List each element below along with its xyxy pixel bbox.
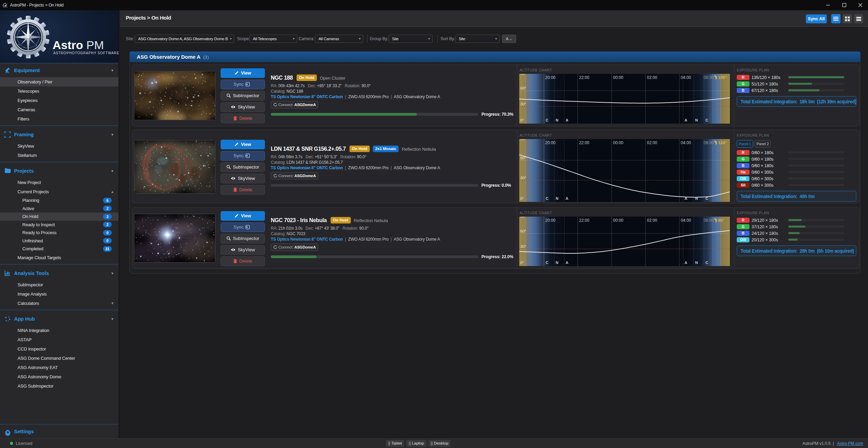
svg-text:A: A <box>566 196 568 200</box>
svg-text:00:00: 00:00 <box>613 218 623 223</box>
svg-text:04:00: 04:00 <box>681 75 691 80</box>
svg-text:22:00: 22:00 <box>579 75 589 80</box>
svg-text:30°: 30° <box>520 102 526 106</box>
svg-text:C: C <box>546 196 548 200</box>
svg-text:60°: 60° <box>520 86 526 90</box>
svg-text:20:00: 20:00 <box>545 140 556 145</box>
svg-text:124°: 124° <box>718 140 727 145</box>
svg-text:N: N <box>556 196 558 200</box>
svg-text:02:00: 02:00 <box>647 218 657 223</box>
svg-text:90: 90 <box>520 139 525 141</box>
svg-text:0°: 0° <box>520 261 524 265</box>
svg-text:02:00: 02:00 <box>647 140 657 145</box>
svg-text:30°: 30° <box>520 176 526 180</box>
svg-text:A: A <box>566 261 568 265</box>
svg-text:04:00: 04:00 <box>681 140 691 145</box>
svg-text:A: A <box>685 118 687 122</box>
svg-text:30°: 30° <box>520 244 526 249</box>
svg-text:N: N <box>695 261 698 265</box>
svg-text:60°: 60° <box>520 229 526 233</box>
svg-text:20:00: 20:00 <box>545 218 556 223</box>
svg-text:C: C <box>546 261 548 265</box>
svg-text:90: 90 <box>520 217 525 218</box>
svg-text:22:00: 22:00 <box>579 140 589 145</box>
svg-text:A: A <box>685 261 687 265</box>
svg-text:20:00: 20:00 <box>545 75 556 80</box>
svg-text:N: N <box>695 118 698 122</box>
svg-text:85°: 85° <box>718 218 724 223</box>
svg-text:00:00: 00:00 <box>613 140 623 145</box>
svg-text:00:00: 00:00 <box>613 75 623 80</box>
svg-text:C: C <box>705 261 708 265</box>
svg-text:04:00: 04:00 <box>681 218 691 223</box>
svg-text:06:00: 06:00 <box>703 140 714 145</box>
svg-text:06:00: 06:00 <box>703 218 714 223</box>
svg-text:A: A <box>566 118 568 122</box>
svg-text:06:00: 06:00 <box>703 75 714 80</box>
svg-text:0°: 0° <box>520 196 524 200</box>
svg-text:02:00: 02:00 <box>647 75 657 80</box>
svg-text:N: N <box>556 261 558 265</box>
svg-text:C: C <box>705 118 708 122</box>
svg-text:90: 90 <box>520 74 525 76</box>
svg-text:C: C <box>546 118 548 122</box>
svg-text:0°: 0° <box>520 118 524 122</box>
svg-text:N: N <box>556 118 558 122</box>
svg-text:105°: 105° <box>718 75 727 80</box>
svg-text:22:00: 22:00 <box>579 218 589 223</box>
